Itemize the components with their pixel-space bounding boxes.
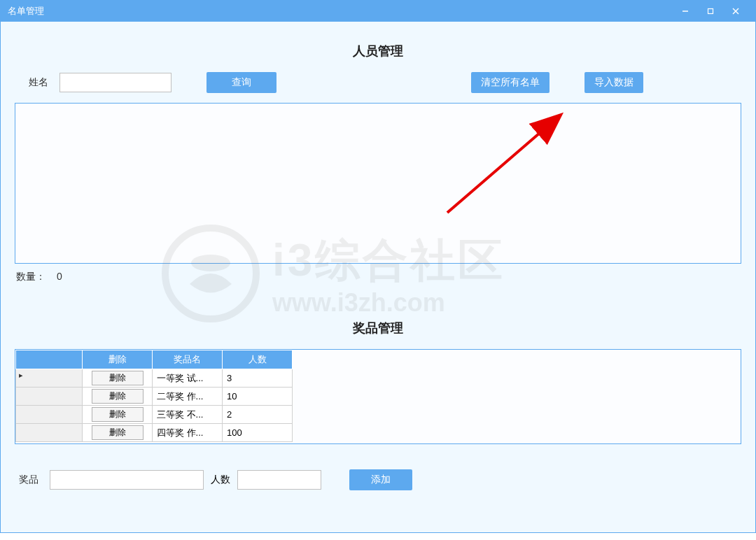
people-count-label: 人数	[211, 474, 230, 486]
count-value: 0	[57, 271, 62, 282]
prize-label: 奖品	[19, 474, 38, 486]
people-list-panel	[15, 103, 741, 264]
table-row[interactable]: 删除二等奖 作...10	[16, 388, 293, 406]
close-button[interactable]	[723, 1, 748, 22]
prize-name-input[interactable]	[50, 470, 204, 490]
name-input[interactable]	[59, 73, 172, 92]
prize-add-row: 奖品 人数 添加	[15, 469, 741, 490]
prize-table: 删除 奖品名 人数 删除一等奖 试...3删除二等奖 作...10删除三等奖 不…	[15, 350, 293, 442]
row-marker	[16, 369, 83, 388]
prize-section-title: 奖品管理	[15, 320, 741, 336]
import-data-button[interactable]: 导入数据	[584, 72, 643, 93]
row-marker	[16, 388, 83, 406]
prize-panel: 删除 奖品名 人数 删除一等奖 试...3删除二等奖 作...10删除三等奖 不…	[15, 349, 741, 444]
prize-section: 奖品管理 删除 奖品名 人数 删除一等奖 试...3删除二等奖 作...10删除…	[15, 320, 741, 490]
col-header-name: 奖品名	[153, 350, 223, 369]
row-marker	[16, 424, 83, 442]
table-row[interactable]: 删除一等奖 试...3	[16, 369, 293, 388]
table-row[interactable]: 删除四等奖 作...100	[16, 424, 293, 442]
prize-name-cell: 一等奖 试...	[153, 369, 223, 388]
name-label: 姓名	[29, 76, 48, 89]
svg-rect-1	[708, 9, 713, 14]
prize-name-cell: 四等奖 作...	[153, 424, 223, 442]
prize-count-cell: 2	[223, 406, 293, 424]
delete-row-button[interactable]: 删除	[92, 407, 144, 422]
table-row[interactable]: 删除三等奖 不...2	[16, 406, 293, 424]
people-toolbar: 姓名 查询 清空所有名单 导入数据	[15, 72, 741, 93]
search-button[interactable]: 查询	[206, 72, 276, 93]
prize-name-cell: 二等奖 作...	[153, 388, 223, 406]
delete-row-button[interactable]: 删除	[92, 389, 144, 404]
app-window: 名单管理 i3综合社区 www.i3zh.com	[0, 0, 756, 533]
people-count-input[interactable]	[237, 470, 321, 490]
minimize-button[interactable]	[673, 1, 698, 22]
window-title: 名单管理	[8, 5, 673, 17]
titlebar: 名单管理	[1, 1, 755, 22]
people-section-title: 人员管理	[15, 43, 741, 59]
prize-count-cell: 10	[223, 388, 293, 406]
clear-all-button[interactable]: 清空所有名单	[471, 72, 550, 93]
count-row: 数量： 0	[16, 271, 741, 283]
delete-row-button[interactable]: 删除	[92, 371, 144, 385]
prize-count-cell: 3	[223, 369, 293, 388]
col-header-delete: 删除	[83, 350, 153, 369]
col-header-count: 人数	[223, 350, 293, 369]
row-marker	[16, 406, 83, 424]
prize-name-cell: 三等奖 不...	[153, 406, 223, 424]
prize-count-cell: 100	[223, 424, 293, 442]
maximize-button[interactable]	[698, 1, 723, 22]
window-controls	[673, 1, 748, 22]
delete-row-button[interactable]: 删除	[92, 425, 144, 440]
add-prize-button[interactable]: 添加	[349, 469, 412, 490]
content-area: i3综合社区 www.i3zh.com 人员管理 姓名 查询 清空所有名单 导入…	[1, 22, 755, 504]
count-label: 数量：	[16, 271, 46, 282]
